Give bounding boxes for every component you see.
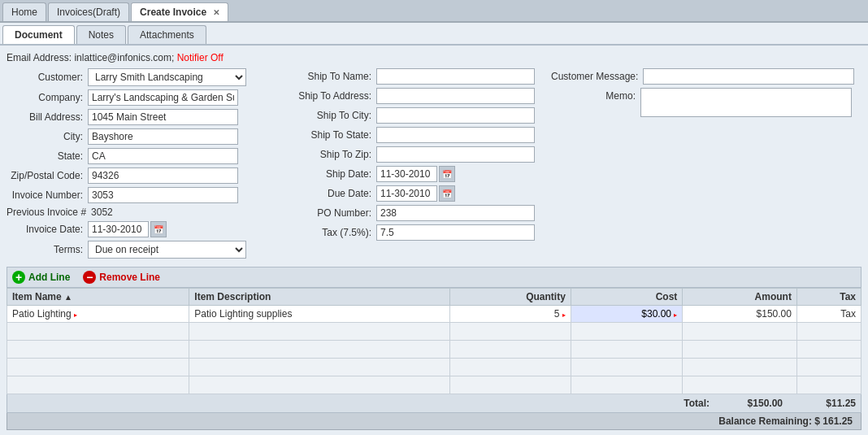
memo-textarea[interactable] — [640, 88, 852, 117]
col-amount: Amount — [683, 289, 797, 306]
form-left: Customer: Larry Smith Landscaping Compan… — [7, 68, 267, 262]
empty-row-4 — [7, 376, 861, 394]
customer-select[interactable]: Larry Smith Landscaping — [88, 68, 246, 86]
terms-select[interactable]: Due on receipt — [88, 241, 246, 259]
email-notifier: Notifier Off — [177, 52, 224, 63]
form-section: Customer: Larry Smith Landscaping Compan… — [7, 68, 861, 262]
form-right: Customer Message: Memo: — [551, 68, 861, 262]
tab-close-icon[interactable]: ✕ — [213, 8, 219, 17]
tab-create-invoice[interactable]: Create Invoice ✕ — [131, 2, 228, 21]
invoice-date-input[interactable] — [88, 221, 149, 237]
bill-address-row: Bill Address: — [7, 109, 267, 125]
balance-bar: Balance Remaining: $ 161.25 — [7, 413, 861, 430]
customer-message-input[interactable] — [643, 68, 854, 85]
city-input[interactable] — [88, 128, 238, 145]
ship-to-zip-input[interactable] — [376, 146, 535, 163]
ship-to-address-row: Ship To Address: — [283, 88, 535, 104]
ship-date-label: Ship Date: — [283, 168, 376, 180]
city-label: City: — [7, 131, 88, 142]
customer-message-label: Customer Message: — [551, 71, 643, 82]
ship-to-zip-label: Ship To Zip: — [283, 149, 376, 160]
remove-line-button[interactable]: − Remove Line — [83, 271, 160, 284]
company-label: Company: — [7, 92, 88, 103]
zip-label: Zip/Postal Code: — [7, 170, 88, 181]
due-date-calendar-button[interactable]: 📅 — [439, 185, 455, 202]
add-line-label: Add Line — [28, 272, 70, 283]
totals-row: Total: $150.00 $11.25 — [684, 398, 856, 409]
sub-tab-notes[interactable]: Notes — [76, 25, 126, 44]
invoice-number-input[interactable] — [88, 187, 238, 203]
email-address: inlattice@infonics.com; — [74, 52, 174, 63]
due-date-row: Due Date: 📅 — [283, 185, 535, 202]
customer-message-row: Customer Message: — [551, 68, 861, 85]
line-toolbar: + Add Line − Remove Line — [7, 267, 861, 288]
company-row: Company: — [7, 89, 267, 106]
po-number-input[interactable] — [376, 205, 535, 221]
sub-tab-attachments[interactable]: Attachments — [128, 25, 206, 44]
remove-line-icon: − — [83, 271, 96, 284]
prev-invoice-value: 3052 — [91, 207, 113, 218]
terms-label: Terms: — [7, 244, 88, 255]
bill-address-label: Bill Address: — [7, 111, 88, 123]
ship-date-calendar-button[interactable]: 📅 — [439, 166, 455, 182]
table-header-row: Item Name ▲ Item Description Quantity Co… — [7, 289, 861, 306]
cell-item-name[interactable]: Patio Lighting ▸ — [7, 306, 189, 323]
ship-to-city-row: Ship To City: — [283, 107, 535, 124]
total-tax: $11.25 — [791, 398, 856, 409]
due-date-input[interactable] — [376, 185, 437, 202]
sub-tab-document[interactable]: Document — [2, 25, 75, 44]
main-content: Email Address: inlattice@infonics.com; N… — [0, 46, 868, 435]
balance-label: Balance Remaining: — [718, 415, 812, 427]
ship-date-row: Ship Date: 📅 — [283, 166, 535, 182]
cell-amount: $150.00 — [683, 306, 797, 323]
table-row: Patio Lighting ▸ Patio Lighting supplies… — [7, 306, 861, 323]
tab-home[interactable]: Home — [2, 2, 46, 21]
cell-quantity[interactable]: 5 ▸ — [450, 306, 571, 323]
tab-bar: Home Invoices(Draft) Create Invoice ✕ — [0, 0, 868, 23]
empty-row-2 — [7, 341, 861, 359]
invoice-date-row: Invoice Date: 📅 — [7, 221, 267, 237]
memo-row: Memo: — [551, 88, 861, 117]
bill-address-input[interactable] — [88, 109, 238, 125]
ship-to-state-input[interactable] — [376, 127, 535, 143]
ship-to-name-input[interactable] — [376, 68, 535, 85]
city-row: City: — [7, 128, 267, 145]
cell-tax[interactable]: Tax — [796, 306, 861, 323]
items-table: Item Name ▲ Item Description Quantity Co… — [7, 288, 861, 394]
email-line: Email Address: inlattice@infonics.com; N… — [7, 52, 861, 63]
company-input[interactable] — [88, 89, 238, 106]
zip-row: Zip/Postal Code: — [7, 167, 267, 184]
col-item-name: Item Name ▲ — [7, 289, 189, 306]
col-item-description: Item Description — [189, 289, 450, 306]
customer-label: Customer: — [7, 72, 88, 83]
cell-cost[interactable]: $30.00 ▸ — [571, 306, 683, 323]
email-label: Email Address: — [7, 52, 72, 63]
sort-arrow-icon: ▲ — [64, 293, 72, 302]
form-middle: Ship To Name: Ship To Address: Ship To C… — [283, 68, 535, 262]
balance-value: $ 161.25 — [814, 415, 853, 427]
ship-to-name-label: Ship To Name: — [283, 71, 376, 82]
customer-row: Customer: Larry Smith Landscaping — [7, 68, 267, 86]
memo-label: Memo: — [551, 90, 640, 102]
tax-input[interactable] — [376, 224, 535, 241]
ship-to-city-input[interactable] — [376, 107, 535, 124]
state-input[interactable] — [88, 148, 238, 164]
tab-invoices-draft[interactable]: Invoices(Draft) — [48, 2, 129, 21]
empty-row-3 — [7, 359, 861, 376]
ship-to-zip-row: Ship To Zip: — [283, 146, 535, 163]
state-row: State: — [7, 148, 267, 164]
red-triangle-icon-cost: ▸ — [674, 311, 677, 319]
invoice-date-label: Invoice Date: — [7, 224, 88, 235]
tax-row: Tax (7.5%): — [283, 224, 535, 241]
ship-to-name-row: Ship To Name: — [283, 68, 535, 85]
add-line-button[interactable]: + Add Line — [12, 271, 70, 284]
invoice-date-calendar-button[interactable]: 📅 — [150, 221, 167, 237]
col-quantity: Quantity — [450, 289, 571, 306]
ship-date-input[interactable] — [376, 166, 437, 182]
ship-to-address-input[interactable] — [376, 88, 535, 104]
cell-item-description[interactable]: Patio Lighting supplies — [189, 306, 450, 323]
col-cost: Cost — [571, 289, 683, 306]
invoice-number-row: Invoice Number: — [7, 187, 267, 203]
zip-input[interactable] — [88, 167, 238, 184]
red-triangle-icon-qty: ▸ — [562, 311, 566, 319]
